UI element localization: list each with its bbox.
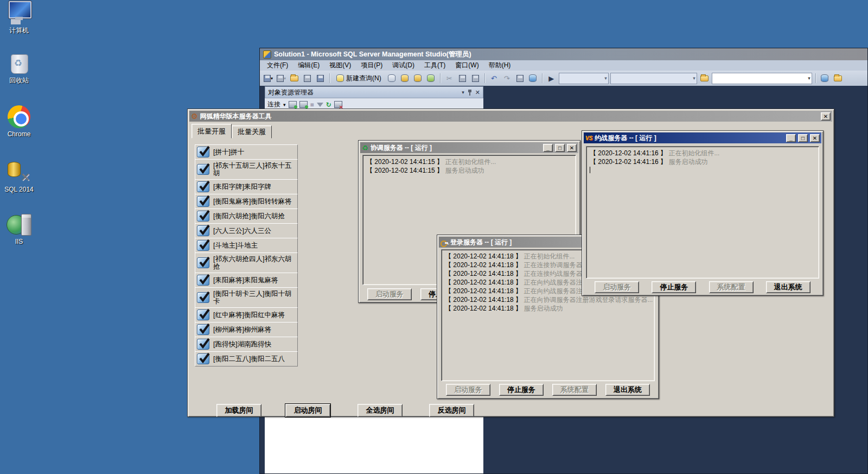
dropdown-arrow-icon[interactable]: ▾	[271, 76, 273, 81]
menu-item[interactable]: 编辑(E)	[293, 60, 324, 71]
connect-server-icon[interactable]	[289, 101, 297, 108]
checkbox-checked-icon[interactable]	[197, 257, 209, 268]
desktop-icon-iis[interactable]: IIS	[0, 213, 38, 245]
checkbox-checked-icon[interactable]	[197, 339, 209, 350]
minimize-button[interactable]: _	[786, 134, 796, 142]
checkbox-checked-icon[interactable]	[197, 164, 209, 175]
menu-item[interactable]: 调试(D)	[387, 60, 419, 71]
service-button[interactable]: 启动服务	[595, 281, 639, 293]
save-all-icon[interactable]	[315, 73, 326, 84]
dropdown-arrow-icon[interactable]: ▾	[604, 75, 607, 81]
dropdown-arrow-icon[interactable]: ▾	[808, 75, 810, 81]
checkbox-checked-icon[interactable]	[197, 324, 209, 335]
cut-icon[interactable]: ✂	[444, 73, 455, 84]
invert-select-button[interactable]: 反选房间	[429, 404, 474, 417]
room-row[interactable]: [耒阳字牌]耒阳字牌	[195, 179, 298, 194]
database-combo[interactable]: ▾	[559, 73, 609, 84]
menu-item[interactable]: 项目(P)	[356, 60, 387, 71]
minimize-button[interactable]: _	[543, 144, 553, 152]
service-button[interactable]: 系统配置	[552, 384, 597, 396]
service-button[interactable]: 启动服务	[367, 288, 412, 300]
find-in-files-icon[interactable]	[699, 73, 710, 84]
checkbox-checked-icon[interactable]	[197, 353, 209, 364]
desktop-icon-recycle-bin[interactable]: 回收站	[0, 51, 38, 85]
room-row[interactable]: [祁东十五胡三人]祁东十五胡	[195, 159, 298, 180]
menu-item[interactable]: 工具(T)	[419, 60, 450, 71]
room-row[interactable]: [红中麻将]衡阳红中麻将	[195, 307, 298, 323]
select-all-button[interactable]: 全选房间	[358, 404, 403, 417]
room-row[interactable]: [柳州麻将]柳州麻将	[195, 322, 298, 337]
debug-icon[interactable]	[514, 73, 526, 84]
checkbox-checked-icon[interactable]	[197, 309, 209, 320]
room-row[interactable]: [耒阳麻将]耒阳鬼麻将	[195, 273, 298, 288]
desktop-icon-sql-2014[interactable]: SQL 2014	[0, 161, 38, 193]
paste-icon[interactable]	[470, 73, 481, 84]
refresh-icon[interactable]: ↻	[326, 101, 331, 109]
remove-server-icon[interactable]	[334, 101, 342, 108]
room-row[interactable]: [衡阳十胡卡三人]衡阳十胡卡	[195, 287, 298, 308]
maximize-button[interactable]: □	[555, 144, 565, 152]
menu-item[interactable]: 帮助(H)	[484, 60, 516, 71]
auto-hide-pin-icon[interactable]	[468, 89, 472, 96]
service-button[interactable]: 退出系统	[605, 384, 650, 396]
desktop-icon-chrome[interactable]: Chrome	[0, 105, 38, 138]
room-row[interactable]: [跑得快]湖南跑得快	[195, 337, 298, 352]
dmx-query-icon[interactable]	[412, 73, 424, 84]
room-row[interactable]: [拼十]拼十	[195, 144, 298, 160]
stop-icon[interactable]: ■	[310, 101, 314, 109]
service-button[interactable]: 系统配置	[709, 281, 754, 293]
dropdown-arrow-icon[interactable]: ▾	[693, 75, 695, 81]
copy-icon[interactable]	[457, 73, 468, 84]
room-row[interactable]: [衡阳六胡抢]衡阳六胡抢	[195, 208, 298, 224]
undo-icon[interactable]: ↶	[488, 73, 500, 84]
disconnect-server-icon[interactable]	[299, 101, 308, 108]
close-button[interactable]: ✕	[821, 112, 831, 121]
save-icon[interactable]	[302, 73, 313, 84]
checkbox-checked-icon[interactable]	[197, 196, 209, 207]
object-search-icon[interactable]	[819, 73, 831, 84]
checkbox-checked-icon[interactable]	[197, 211, 209, 222]
new-connection-icon[interactable]: ▾	[263, 73, 274, 84]
close-button[interactable]: ✕	[810, 134, 820, 142]
checkbox-checked-icon[interactable]	[197, 225, 209, 236]
room-row[interactable]: [六人三公]六人三公	[195, 223, 298, 238]
layout-icon[interactable]: ▾	[276, 73, 287, 84]
room-row[interactable]: [衡阳鬼麻将]衡阳转转麻将	[195, 194, 298, 209]
menu-item[interactable]: 窗口(W)	[450, 60, 483, 71]
dropdown-arrow-icon[interactable]: ▾	[283, 102, 286, 108]
service-button[interactable]: 停止服务	[499, 384, 544, 396]
close-button[interactable]: ✕	[567, 144, 577, 152]
maximize-button[interactable]: □	[798, 134, 808, 142]
tab[interactable]: 批量开服	[192, 124, 232, 138]
checkbox-checked-icon[interactable]	[197, 147, 209, 157]
room-row[interactable]: [斗地主]斗地主	[195, 238, 298, 253]
dropdown-arrow-icon[interactable]: ▾	[284, 76, 286, 81]
room-row[interactable]: [祁东六胡抢四人]祁东六胡抢	[195, 252, 298, 273]
service-button[interactable]: 退出系统	[766, 281, 810, 293]
new-query-button[interactable]: 新建查询(N)	[333, 72, 385, 85]
activity-monitor-icon[interactable]	[527, 73, 539, 84]
menu-item[interactable]: 文件(F)	[262, 60, 293, 71]
close-icon[interactable]: ✕	[475, 89, 480, 96]
checkbox-checked-icon[interactable]	[197, 275, 209, 286]
filter-icon[interactable]	[317, 103, 323, 107]
search-combo[interactable]: ▾	[712, 73, 812, 84]
service-button[interactable]: 停止服务	[652, 281, 696, 293]
xmla-query-icon[interactable]	[425, 73, 437, 84]
checkbox-checked-icon[interactable]	[197, 292, 209, 303]
load-rooms-button[interactable]: 加载房间	[216, 404, 261, 417]
execute-icon[interactable]: ▶	[546, 73, 557, 84]
checkbox-checked-icon[interactable]	[197, 181, 209, 192]
window-position-icon[interactable]: ▾	[462, 90, 464, 95]
open-file-icon[interactable]	[289, 73, 300, 84]
menu-item[interactable]: 视图(V)	[324, 60, 356, 71]
checkbox-checked-icon[interactable]	[197, 240, 209, 251]
service-button[interactable]: 启动服务	[446, 384, 490, 396]
mdx-query-icon[interactable]	[399, 73, 411, 84]
room-row[interactable]: [衡阳二五八]衡阳二五八	[195, 351, 298, 366]
tab[interactable]: 批量关服	[232, 125, 272, 138]
connection-combo[interactable]: ▾	[610, 73, 697, 84]
redo-icon[interactable]: ↷	[501, 73, 513, 84]
desktop-icon-computer[interactable]: 计算机	[0, 1, 38, 35]
database-query-icon[interactable]	[386, 73, 398, 84]
